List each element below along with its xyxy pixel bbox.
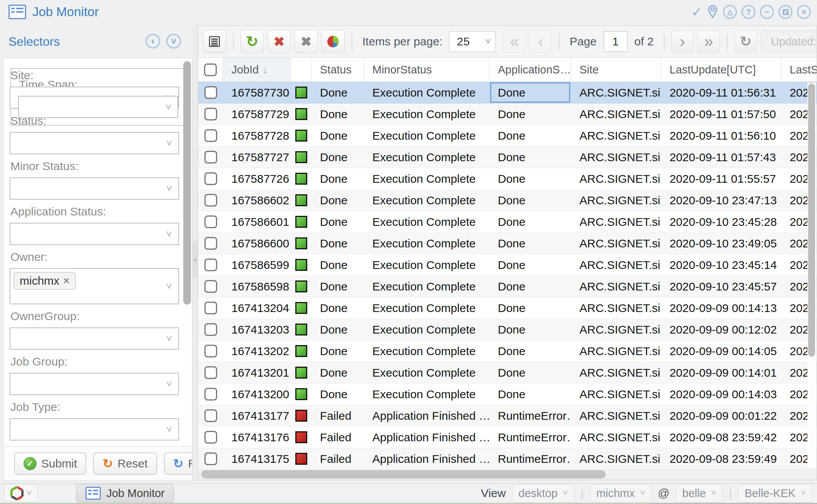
row-checkbox[interactable] <box>204 108 217 120</box>
prev-page-button[interactable]: ‹ <box>529 30 552 53</box>
owner-tag[interactable]: michmx× <box>13 272 76 290</box>
items-per-page-select[interactable]: 25 ˅ <box>449 31 496 52</box>
splitter-collapse-handle[interactable]: ‹ <box>193 241 198 278</box>
row-checkbox[interactable] <box>204 280 217 293</box>
row-checkbox[interactable] <box>204 431 217 444</box>
table-row[interactable]: 167586600DoneExecution CompleteDoneARC.S… <box>198 233 817 254</box>
reset-button[interactable]: ↻ Reset <box>93 452 157 475</box>
page-number-input[interactable] <box>604 31 628 52</box>
table-row[interactable]: 167413201DoneExecution CompleteDoneARC.S… <box>198 362 817 384</box>
selector-combo[interactable]: ˅ <box>10 373 179 395</box>
minorstatus-cell: Application Finished … <box>364 427 489 448</box>
column-header-site[interactable]: Site <box>571 58 661 82</box>
table-row[interactable]: 167587730DoneExecution CompleteDoneARC.S… <box>198 82 817 103</box>
row-checkbox[interactable] <box>204 86 217 99</box>
row-checkbox[interactable] <box>204 452 217 465</box>
view-select[interactable]: desktop ˅ <box>512 484 574 502</box>
table-row[interactable]: 167587729DoneExecution CompleteDoneARC.S… <box>198 103 817 125</box>
maximize-icon[interactable]: △ <box>723 5 737 19</box>
collapse-left-button[interactable]: ‹ <box>146 34 160 48</box>
taskbar-separator: | <box>729 487 732 500</box>
column-header-lastsignoflife[interactable]: LastSig <box>781 58 817 82</box>
row-checkbox[interactable] <box>204 345 217 357</box>
row-checkbox[interactable] <box>204 237 217 250</box>
first-page-button[interactable]: « <box>503 30 526 53</box>
statistics-button[interactable] <box>321 30 345 53</box>
refresh-arrows-icon: ↻ <box>173 457 184 470</box>
table-row[interactable]: 167413200DoneExecution CompleteDoneARC.S… <box>198 384 817 405</box>
row-checkbox[interactable] <box>204 409 217 422</box>
refresh-button[interactable]: ↻ Refresh <box>164 452 193 475</box>
remove-tag-icon[interactable]: × <box>63 275 69 287</box>
table-row[interactable]: 167413175FailedApplication Finished …Run… <box>198 448 817 470</box>
table-row[interactable]: 167413204DoneExecution CompleteDoneARC.S… <box>198 297 817 319</box>
jobid-cell: 167587728 <box>223 125 291 146</box>
grid-vertical-scrollbar[interactable] <box>807 83 816 467</box>
row-checkbox[interactable] <box>204 259 217 271</box>
submit-button[interactable]: ✓ Submit <box>14 452 86 475</box>
selector-combo[interactable]: ˅ <box>10 327 179 350</box>
pin-icon[interactable] <box>707 5 718 19</box>
table-row[interactable]: 167587727DoneExecution CompleteDoneARC.S… <box>198 147 817 168</box>
table-row[interactable]: 167413202DoneExecution CompleteDoneARC.S… <box>198 340 817 362</box>
grid-vscroll-thumb[interactable] <box>808 83 815 357</box>
dirac-menu-button[interactable]: ˅ <box>4 484 38 502</box>
restore-icon[interactable] <box>778 5 792 19</box>
table-row[interactable]: 167586598DoneExecution CompleteDoneARC.S… <box>198 276 817 297</box>
collapse-down-button[interactable]: ˅ <box>166 34 181 48</box>
status-cell: Done <box>311 384 364 405</box>
table-row[interactable]: 167413177FailedApplication Finished …Run… <box>198 405 817 427</box>
column-header-statusicon[interactable] <box>291 58 311 82</box>
setup-select[interactable]: Belle-KEK ˅ <box>738 484 812 502</box>
row-checkbox[interactable] <box>204 366 217 379</box>
selector-combo[interactable]: ˅ <box>10 418 179 441</box>
column-header-applicationstatus[interactable]: ApplicationS… <box>489 58 571 82</box>
last-page-button[interactable]: » <box>698 30 720 53</box>
help-icon[interactable]: ? <box>742 5 755 19</box>
sidebar-scrollbar[interactable] <box>183 59 191 445</box>
row-checkbox[interactable] <box>204 129 217 142</box>
column-header-lastupdate[interactable]: LastUpdate[UTC] <box>661 58 781 82</box>
row-checkbox[interactable] <box>204 388 217 401</box>
column-header-status[interactable]: Status <box>311 58 364 82</box>
check-icon[interactable]: ✓ <box>691 5 703 19</box>
table-row[interactable]: 167413176FailedApplication Finished …Run… <box>198 427 817 448</box>
row-checkbox[interactable] <box>204 172 217 185</box>
selector-combo[interactable]: ˅ <box>10 177 179 200</box>
row-checkbox[interactable] <box>204 323 217 336</box>
menu-button[interactable] <box>203 30 226 53</box>
grid-hscroll-thumb[interactable] <box>201 470 606 479</box>
kill-jobs-button[interactable]: ✖ <box>295 30 318 53</box>
table-row[interactable]: 167586601DoneExecution CompleteDoneARC.S… <box>198 211 817 233</box>
row-checkbox[interactable] <box>204 151 217 164</box>
taskbar-job-monitor-button[interactable]: Job Monitor <box>76 484 174 502</box>
table-row[interactable]: 167586602DoneExecution CompleteDoneARC.S… <box>198 190 817 211</box>
reload-table-button[interactable]: ↻ <box>241 30 264 53</box>
column-header-minorstatus[interactable]: MinorStatus <box>364 58 489 82</box>
grid-horizontal-scrollbar[interactable] <box>198 469 817 480</box>
time-span-combo[interactable]: ˅ <box>18 96 178 118</box>
close-icon[interactable]: × <box>797 5 811 19</box>
selector-combo[interactable]: michmx× ˅ <box>10 268 179 304</box>
group-select[interactable]: belle ˅ <box>676 484 723 502</box>
selector-combo[interactable]: ˅ <box>10 132 179 154</box>
next-page-button[interactable]: › <box>671 30 694 53</box>
select-all-checkbox[interactable] <box>204 63 217 76</box>
table-row[interactable]: 167586599DoneExecution CompleteDoneARC.S… <box>198 254 817 276</box>
selectors-header: Selectors ‹ ˅ <box>3 31 193 56</box>
selector-combo[interactable]: ˅ <box>10 223 179 245</box>
panel-splitter[interactable]: ‹ <box>193 25 198 481</box>
table-row[interactable]: 167587728DoneExecution CompleteDoneARC.S… <box>198 125 817 147</box>
user-select[interactable]: michmx ˅ <box>590 484 652 502</box>
column-header-jobid[interactable]: JobId ↓ <box>223 58 291 82</box>
row-checkbox[interactable] <box>204 302 217 314</box>
sidebar-scroll-thumb[interactable] <box>183 61 191 305</box>
row-checkbox[interactable] <box>204 215 217 228</box>
minimize-icon[interactable]: − <box>760 5 774 19</box>
table-row[interactable]: 167587726DoneExecution CompleteDoneARC.S… <box>198 168 817 190</box>
minorstatus-cell: Application Finished … <box>364 405 489 426</box>
table-row[interactable]: 167413203DoneExecution CompleteDoneARC.S… <box>198 319 817 340</box>
delete-jobs-button[interactable]: ✖ <box>268 30 291 53</box>
refresh-page-button[interactable]: ↻ <box>735 30 757 53</box>
row-checkbox[interactable] <box>204 194 217 207</box>
